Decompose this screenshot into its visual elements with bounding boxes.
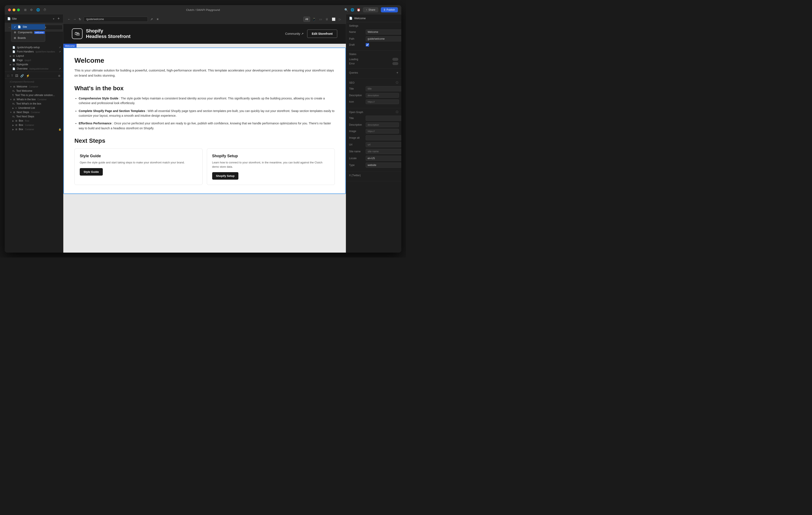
og-imagealt-input[interactable] (366, 135, 401, 140)
path-input[interactable] (366, 36, 401, 42)
tree-item-text-welcome[interactable]: H₁ Text Welcome (5, 89, 63, 93)
og-locale-input[interactable] (366, 156, 401, 161)
clock-icon[interactable]: ⏰ (357, 8, 360, 11)
next-button[interactable]: → (72, 17, 77, 22)
og-imagealt-field: Image alt (349, 135, 398, 140)
tree-item-box-row[interactable]: ▶ ⊞ Box Row (5, 118, 63, 123)
minimize-button[interactable] (12, 8, 16, 11)
chevron-icon: ▶ (12, 128, 14, 131)
tablet-view-button[interactable]: ▭ (318, 17, 323, 22)
styleguide-icon: ⊞ (13, 63, 15, 66)
og-image-input[interactable] (366, 129, 399, 134)
add-page-button[interactable]: + (57, 16, 61, 22)
file-icon: 📄 (12, 59, 16, 62)
lightning-tool[interactable]: ⚡ (26, 74, 30, 77)
twitter-section: X (Twitter) (346, 172, 401, 181)
loading-toggle[interactable] (393, 58, 398, 61)
grid-icon[interactable]: ⊞ (24, 8, 27, 11)
og-desc-input[interactable] (366, 123, 399, 127)
shopify-setup-button[interactable]: Shopify Setup (212, 172, 238, 180)
style-guide-button[interactable]: Style Guide (80, 168, 103, 175)
tree-item-form-handlers[interactable]: 📄 Form Handlers /guide/form-handlers ↗ (5, 50, 63, 54)
tree-item-next-steps-container[interactable]: ▼ ⊞ Next Steps Container (5, 110, 63, 114)
heading-icon: H₂ (12, 115, 15, 118)
add-component-tool[interactable]: ⊕ (58, 74, 61, 77)
shopify-setup-title: Shopify Setup (212, 154, 330, 158)
close-button[interactable] (8, 8, 11, 11)
globe-icon[interactable]: 🌐 (36, 8, 40, 11)
dropdown-site[interactable]: ✓ 📄 Site (11, 24, 45, 30)
nav-controls: ← → ↻ (67, 17, 82, 22)
seo-icon-input[interactable] (366, 100, 399, 104)
external-link-button[interactable]: ↗ (149, 17, 154, 22)
welcome-title: Welcome (75, 57, 335, 64)
queries-title: Queries (349, 71, 358, 74)
tree-item-box-container-2[interactable]: ▶ ⊞ Box Container 🔒 (5, 127, 63, 131)
link-tool[interactable]: 🔗 (20, 74, 24, 77)
seo-info-button[interactable]: ⓘ (396, 81, 398, 84)
history-icon[interactable]: ⏱ (43, 8, 46, 11)
prev-button[interactable]: ← (67, 17, 71, 22)
tree-item-text-next-steps[interactable]: H₂ Text Next Steps (5, 114, 63, 118)
dropdown-components[interactable]: ⚙ Components welcome (11, 30, 45, 35)
page-outline: Welcome This is your ultimate solution f… (63, 48, 346, 194)
maximize-button[interactable] (17, 8, 20, 11)
name-input[interactable] (366, 29, 401, 34)
tree-item-page[interactable]: 📄 Page /page3 (5, 58, 63, 62)
sidebar-header: 📄 Site ▾ + (5, 15, 63, 23)
tree-item-overview[interactable]: 📄 Overview /styleguide/overview ↗ (5, 66, 63, 71)
refresh-button[interactable]: ↻ (78, 17, 82, 22)
gear-icon[interactable]: ⚙ (30, 8, 33, 11)
publish-count: 8 (384, 8, 385, 11)
og-info-button[interactable]: ⓘ (396, 110, 398, 114)
og-title-input[interactable] (366, 116, 401, 121)
lock-icon: 🔒 (58, 128, 61, 131)
tree-item-layout[interactable]: ▶ ⊞ Layout (5, 54, 63, 58)
dropdown-toggle[interactable]: ▾ (52, 16, 55, 21)
error-toggle[interactable] (393, 62, 398, 65)
app-window: ⊞ ⚙ 🌐 ⏱ Clutch / SWAPI Playground 🔍 🌐 ⏰ … (5, 5, 401, 252)
tree-item-box-container-1[interactable]: ▶ ⊞ Box Container (5, 123, 63, 127)
theme-toggle[interactable]: ☀ (155, 17, 160, 22)
add-query-button[interactable]: + (397, 71, 398, 75)
tree-item-shopify-setup[interactable]: 📄 /guide/shopify-setup ↗ (5, 45, 63, 50)
box-tool[interactable]: □ (7, 74, 9, 77)
network-icon[interactable]: 🌐 (351, 8, 354, 11)
wide-view-button[interactable]: ⬜ (330, 17, 337, 22)
view-all-button[interactable]: All (303, 17, 310, 22)
tree-item-whats-container[interactable]: ▼ ⊞ Whats in the box Container (5, 97, 63, 102)
dropdown-boards[interactable]: ⊞ Boards (11, 35, 45, 41)
chevron-down-icon: ▼ (10, 98, 12, 101)
mobile-view-button[interactable]: 📱 (311, 17, 317, 22)
og-type-input[interactable] (366, 163, 401, 168)
name-field: Name (349, 29, 398, 34)
draft-checkbox[interactable] (366, 43, 369, 47)
community-button[interactable]: Community ↗ (285, 32, 303, 35)
og-locale-label: Locale (349, 157, 364, 160)
image-tool[interactable]: 🖼 (15, 74, 18, 77)
site-dropdown: ✓ 📄 Site ⚙ Components welcome ⊞ Boards (11, 23, 45, 42)
play-button[interactable]: ▷ (338, 17, 343, 22)
edit-storefront-button[interactable]: Edit Storefront (307, 29, 337, 38)
tree-item-text-desc[interactable]: ¶ Text This is your ultimate solution... (5, 93, 63, 97)
publish-button[interactable]: 8 Publish (381, 7, 398, 12)
tree-item-unordered-list[interactable]: ▶ ≡ Unordered List (5, 106, 63, 110)
og-url-input[interactable] (366, 142, 401, 147)
og-locale-field: Locale (349, 156, 398, 161)
search-icon[interactable]: 🔍 (344, 8, 348, 11)
share-button[interactable]: ↑ Share (363, 7, 378, 12)
tree-item-styleguide[interactable]: ▶ ⊞ Styleguide (5, 62, 63, 66)
text-tool[interactable]: T (11, 74, 13, 77)
og-sitename-input[interactable] (366, 149, 401, 154)
tree-item-welcome-container[interactable]: ▼ ⊞ Welcome Container (5, 84, 63, 89)
viewport-buttons: All 📱 ▭ 🖥 ⬜ ▷ (303, 17, 343, 22)
og-desc-field: Description (349, 123, 398, 127)
tree-item-text-whats[interactable]: H₂ Text What's in the box (5, 102, 63, 106)
desktop-view-button[interactable]: 🖥 (324, 17, 330, 22)
og-imagealt-label: Image alt (349, 136, 364, 139)
left-sidebar: 📄 Site ▾ + ✓ 📄 Site ⚙ Components (5, 15, 63, 252)
seo-desc-input[interactable] (366, 93, 399, 98)
preview-url[interactable] (84, 17, 148, 22)
style-guide-card: Style Guide Open the style guide and sta… (75, 148, 203, 185)
seo-title-input[interactable] (366, 86, 401, 91)
